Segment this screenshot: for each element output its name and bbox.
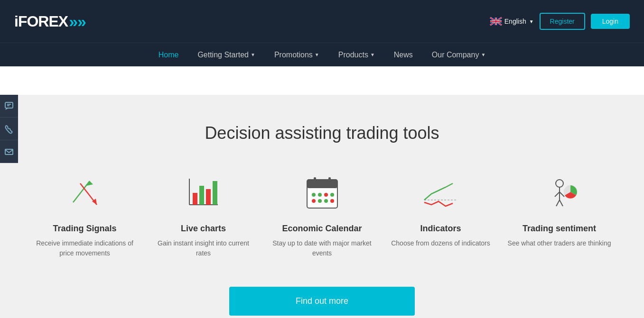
tool-desc-trading-signals: Receive immediate indications of price m…	[33, 238, 137, 258]
svg-rect-26	[328, 177, 331, 183]
sidebar	[0, 95, 18, 163]
svg-point-36	[556, 180, 563, 187]
header-right: English ▼ Register Login	[490, 13, 630, 30]
email-icon	[4, 147, 14, 156]
svg-line-39	[560, 192, 564, 197]
svg-rect-25	[314, 177, 316, 183]
tool-name-indicators: Indicators	[420, 224, 461, 234]
lang-chevron-icon: ▼	[529, 19, 534, 24]
register-button[interactable]: Register	[540, 13, 585, 30]
chevron-down-icon: ▼	[315, 52, 319, 57]
section-title: Decision assisting trading tools	[19, 123, 625, 143]
phone-icon	[4, 124, 14, 134]
svg-point-31	[312, 199, 316, 203]
svg-point-28	[318, 193, 322, 197]
login-button[interactable]: Login	[591, 14, 630, 29]
language-selector[interactable]: English ▼	[490, 18, 534, 25]
nav-item-getting-started[interactable]: Getting Started ▼	[197, 51, 255, 59]
sidebar-phone[interactable]	[0, 118, 18, 140]
tool-desc-indicators: Choose from dozens of indicators	[391, 238, 490, 248]
chevron-down-icon: ▼	[370, 52, 375, 57]
sidebar-email[interactable]	[0, 140, 18, 163]
nav-item-news[interactable]: News	[394, 51, 413, 59]
tool-desc-trading-sentiment: See what other traders are thinking	[508, 238, 611, 248]
tool-name-economic-calendar: Economic Calendar	[282, 224, 362, 234]
tool-card-trading-sentiment: Trading sentiment See what other traders…	[507, 172, 612, 258]
tool-card-live-charts: Live charts Gain instant insight into cu…	[151, 172, 256, 258]
nav-item-promotions[interactable]: Promotions ▼	[274, 51, 319, 59]
trading-sentiment-icon	[536, 172, 583, 214]
chevron-down-icon: ▼	[481, 52, 485, 57]
logo[interactable]: iFOREX »»	[14, 12, 86, 31]
svg-point-34	[330, 199, 334, 203]
white-band	[0, 66, 644, 95]
svg-line-38	[555, 192, 560, 197]
tool-card-economic-calendar: Economic Calendar Stay up to date with m…	[270, 172, 374, 258]
tool-desc-economic-calendar: Stay up to date with major market events	[270, 238, 374, 258]
trading-signals-icon	[61, 172, 109, 214]
nav-item-our-company[interactable]: Our Company ▼	[432, 51, 486, 59]
tools-grid: Trading Signals Receive immediate indica…	[19, 172, 625, 258]
economic-calendar-icon	[299, 172, 346, 214]
tool-card-trading-signals: Trading Signals Receive immediate indica…	[33, 172, 137, 258]
svg-line-41	[560, 200, 563, 206]
svg-rect-21	[206, 189, 211, 205]
nav-item-products[interactable]: Products ▼	[338, 51, 375, 59]
main-nav: Home Getting Started ▼ Promotions ▼ Prod…	[0, 43, 644, 66]
lang-label: English	[504, 18, 526, 25]
live-charts-icon	[180, 172, 227, 214]
tool-name-live-charts: Live charts	[181, 224, 226, 234]
chevron-down-icon: ▼	[251, 52, 255, 57]
svg-point-33	[324, 199, 328, 203]
flag-icon	[490, 18, 502, 25]
find-out-more-button[interactable]: Find out more	[229, 287, 415, 316]
svg-rect-24	[307, 180, 337, 188]
svg-point-32	[318, 199, 322, 203]
main-section: Decision assisting trading tools Trading…	[0, 95, 644, 318]
svg-rect-8	[490, 21, 502, 22]
logo-text: iFOREX	[14, 13, 68, 30]
tool-name-trading-signals: Trading Signals	[53, 224, 116, 234]
svg-line-40	[556, 200, 560, 206]
nav-item-home[interactable]: Home	[159, 51, 179, 59]
sidebar-chat[interactable]	[0, 95, 18, 118]
tool-card-indicators: Indicators Choose from dozens of indicat…	[389, 172, 493, 258]
svg-rect-20	[199, 186, 204, 205]
svg-point-29	[324, 193, 328, 197]
svg-point-30	[330, 193, 334, 197]
tool-name-trading-sentiment: Trading sentiment	[523, 224, 596, 234]
tool-desc-live-charts: Gain instant insight into current rates	[151, 238, 256, 258]
header: iFOREX »» English ▼ Register Login	[0, 0, 644, 43]
logo-arrows: »»	[69, 12, 86, 31]
svg-rect-19	[193, 193, 197, 205]
indicators-icon	[417, 172, 465, 214]
svg-rect-22	[213, 181, 217, 205]
svg-point-27	[312, 193, 316, 197]
chat-icon	[4, 101, 14, 111]
